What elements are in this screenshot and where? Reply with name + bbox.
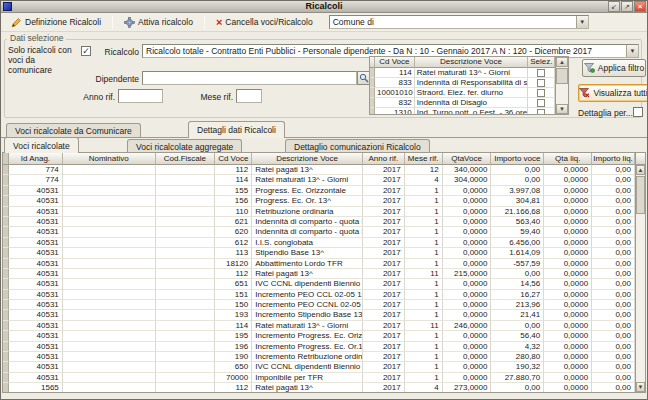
table-row[interactable]: 40531620Indennità di comparto - quota bi… (3, 227, 635, 237)
close-button[interactable]: × (634, 1, 646, 12)
table-row[interactable]: 1565112Ratei pagati 13^20174273,00000,00… (3, 383, 635, 393)
table-row[interactable]: 40531114Ratei maturati 13^ - Giorni20171… (3, 321, 635, 331)
mese-rif-cell: 1 (405, 186, 443, 196)
table-vertical-scrollbar[interactable]: ▲ ▼ (636, 152, 646, 393)
scroll-down-icon[interactable]: ▼ (636, 382, 645, 392)
company-combobox[interactable]: Comune di ▼ (329, 15, 589, 29)
mese-rif-cell: 1 (405, 310, 443, 320)
cd-voce-cell: 620 (215, 227, 252, 237)
table-row[interactable]: 40531612I.I.S. conglobata201710,00006.45… (3, 238, 635, 248)
nominativo-cell (63, 186, 156, 196)
column-header-nominativo[interactable]: Nominativo (63, 153, 156, 165)
column-header-qta-liq[interactable]: Qta liq. (544, 153, 592, 165)
ricalcolo-label: Ricalcolo (95, 47, 139, 57)
tab-voci-ricalcolate[interactable]: Voci ricalcolate (4, 137, 79, 153)
column-header-id-anag[interactable]: Id Anag. (9, 153, 63, 165)
importo-voce-cell: 1.614,09 (491, 248, 544, 258)
mese-rif-input[interactable] (236, 89, 262, 103)
definizione-ricalcoli-label: Definizione Ricalcoli (25, 17, 101, 27)
tab-voci-ricalcolate-aggregate[interactable]: Voci ricalcolate aggregate (127, 139, 242, 153)
table-row[interactable]: 774112Ratei pagati 13^201712340,00000,00… (3, 165, 635, 175)
dipendente-input[interactable] (142, 71, 357, 85)
table-row[interactable]: 40531195Incremento Progress. Ec. Orizzon… (3, 331, 635, 341)
table-row[interactable]: 40531110Retribuzione ordinaria201710,000… (3, 207, 635, 217)
tab-dettaglio-comunicazioni-ricalcolo[interactable]: Dettaglio comunicazioni Ricalcolo (285, 139, 430, 153)
column-header-cd-voce[interactable]: Cd Voce (215, 153, 252, 165)
scroll-up-icon[interactable]: ▲ (556, 57, 568, 67)
table-row[interactable]: 40531621Indennità di comparto - quota Fo… (3, 217, 635, 227)
selez-checkbox[interactable] (537, 69, 545, 77)
table-row[interactable]: 4053170000Imponibile per TFR201710,00002… (3, 373, 635, 383)
column-header-mese-rif[interactable]: Mese rif. (405, 153, 443, 165)
definizione-ricalcoli-button[interactable]: Definizione Ricalcoli (5, 14, 107, 30)
anno-rif-input[interactable] (118, 89, 163, 103)
dettaglia-per-checkbox[interactable] (633, 107, 643, 117)
qta-liq-cell: 0,0000 (544, 279, 592, 289)
column-header-cod-fiscale[interactable]: Cod.Fiscale (156, 153, 216, 165)
nominativo-cell (63, 227, 156, 237)
tab-voci-ricalcolate-da-comunicare[interactable]: Voci ricalcolate da Comunicare (6, 123, 141, 137)
column-header-importo-voce[interactable]: Importo voce (491, 153, 544, 165)
mese-rif-cell: 1 (405, 362, 443, 372)
table-row[interactable]: 40531150Incremento PEO CCNL 02-05201710,… (3, 300, 635, 310)
maximize-button[interactable]: ↗ (621, 1, 633, 12)
voci-filter-row[interactable]: 1310Ind. Turno nott. o Fest. - 36 ore (370, 108, 555, 115)
voci-filter-column-header[interactable]: Cd Voce (375, 57, 415, 68)
cod-fiscale-cell (156, 248, 216, 258)
table-row[interactable]: 40531651IVC CCNL dipendenti Biennio 2010… (3, 279, 635, 289)
table-row[interactable]: 40531156Progress. Ec. Or. 13^201710,0000… (3, 196, 635, 206)
table-row[interactable]: 40531196Incremento Progress. Ec. Or.13^2… (3, 342, 635, 352)
nominativo-cell (63, 383, 156, 393)
only-recalc-checkbox[interactable] (81, 46, 91, 56)
search-icon (359, 73, 369, 83)
voci-filter-row[interactable]: 114Ratei maturati 13^ - Giorni (370, 68, 555, 78)
nominativo-cell (63, 331, 156, 341)
scroll-up-icon[interactable]: ▲ (636, 165, 645, 175)
pencil-icon (11, 17, 22, 28)
mese-rif-cell: 1 (405, 259, 443, 269)
table-row[interactable]: 40531112Ratei pagati 13^201711215,00000,… (3, 269, 635, 279)
attiva-ricalcolo-button[interactable]: Attiva ricalcolo (118, 14, 199, 30)
table-row[interactable]: 40531113Stipendio Base 13^201710,00001.6… (3, 248, 635, 258)
column-header-importo-liq[interactable]: Importo liq. (592, 153, 635, 165)
column-header-qta-voce[interactable]: QtaVoce (443, 153, 492, 165)
mese-rif-cell: 11 (405, 321, 443, 331)
column-header-descrizione-voce[interactable]: Descrizione Voce (252, 153, 363, 165)
restore-button[interactable]: ↙ (608, 1, 620, 12)
scrollbar-thumb[interactable] (556, 68, 568, 84)
voci-filter-column-header[interactable]: Descrizione Voce (415, 57, 528, 68)
voci-filter-row[interactable]: 832Indennita di Disagio (370, 98, 555, 108)
importo-voce-cell: 3.997,08 (491, 186, 544, 196)
cancella-voci-button[interactable]: × Cancella voci/Ricalcolo (210, 14, 319, 30)
qta-liq-cell: 0,0000 (544, 269, 592, 279)
chevron-down-icon[interactable]: ▼ (626, 45, 638, 57)
selez-checkbox[interactable] (537, 79, 545, 87)
column-header-anno-rif[interactable]: Anno rif. (363, 153, 405, 165)
visualizza-tutti-button[interactable]: Visualizza tutti (578, 84, 648, 102)
nominativo-cell (63, 259, 156, 269)
selez-checkbox[interactable] (537, 99, 545, 107)
anno-rif-cell: 2017 (363, 352, 405, 362)
voci-filter-scrollbar[interactable]: ▲ ▼ (556, 56, 569, 115)
scrollbar-thumb[interactable] (636, 176, 645, 214)
table-row[interactable]: 40531190Incremento Retribuzione ordinari… (3, 352, 635, 362)
table-row[interactable]: 4053118120Abbattimento Lordo TFR201710,0… (3, 259, 635, 269)
voci-filter-row[interactable]: 833Indennita di Responsabilità di serviz… (370, 78, 555, 88)
chevron-down-icon[interactable]: ▼ (576, 16, 588, 28)
selez-checkbox[interactable] (537, 89, 545, 97)
selez-checkbox[interactable] (537, 109, 545, 115)
importo-voce-cell: 190,32 (491, 362, 544, 372)
mese-rif-cell: 1 (405, 331, 443, 341)
table-row[interactable]: 40531151Incremento PEO CCL 02-05 13^2017… (3, 290, 635, 300)
voci-filter-column-header[interactable]: Selez. (528, 57, 555, 68)
table-row[interactable]: 40531650IVC CCNL dipendenti Biennio 2010… (3, 362, 635, 372)
scroll-down-icon[interactable]: ▼ (556, 104, 568, 114)
cd-voce-cell: 650 (215, 362, 252, 372)
voci-filter-row[interactable]: 10001010Straord. Elez. fer. diurno (370, 88, 555, 98)
cd-voce-cell: 155 (215, 186, 252, 196)
tab-dettagli-dati-ricalcoli[interactable]: Dettagli dati Ricalcoli (188, 121, 285, 138)
applica-filtro-button[interactable]: Applica filtro (582, 59, 646, 77)
table-row[interactable]: 40531155Progress. Ec. Orizzontale201710,… (3, 186, 635, 196)
table-row[interactable]: 774114Ratei maturati 13^ - Giorni2017430… (3, 175, 635, 185)
table-row[interactable]: 40531193Incremento Stipendio Base 13^ CC… (3, 310, 635, 320)
